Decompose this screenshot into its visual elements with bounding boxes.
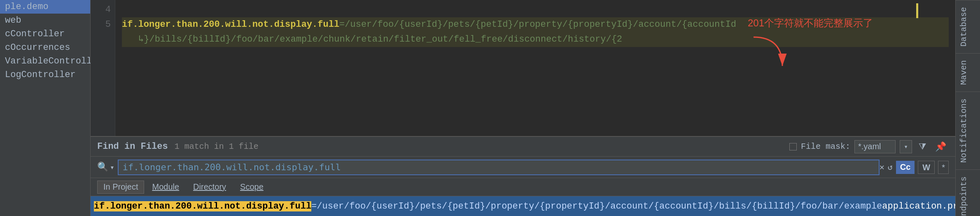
search-input[interactable] [118, 160, 880, 175]
code-path: =/user/foo/{userId}/pets/{petId}/propert… [339, 17, 736, 32]
code-area: 4 5 if.longer.than.200.will.not.display.… [91, 0, 955, 136]
result-filename: application.properties 5 [882, 201, 955, 211]
result-highlight: if.longer.than.200.will.not.display.full [94, 201, 311, 211]
sidebar-item-variable-controller[interactable]: VariableController [0, 54, 90, 68]
code-keyword: if.longer.than.200.will.not.display.full [122, 17, 339, 32]
case-sensitive-btn[interactable]: Cc [896, 161, 915, 174]
right-panel-notifications[interactable]: Notifications [956, 92, 980, 169]
refresh-btn[interactable]: ↺ [888, 162, 893, 172]
whole-word-btn[interactable]: W [918, 161, 935, 174]
find-panel-title: Find in Files [97, 141, 168, 152]
scope-in-project-btn[interactable]: In Project [97, 181, 144, 194]
main-content: 4 5 if.longer.than.200.will.not.display.… [91, 0, 955, 216]
yellow-indicator [916, 3, 918, 18]
sidebar-item-log-controller[interactable]: LogController [0, 68, 90, 82]
line-number-5-cont [105, 32, 111, 47]
clear-search-btn[interactable]: ✕ [880, 162, 884, 172]
sidebar-item-ple-demo[interactable]: ple.demo [0, 0, 90, 14]
regex-btn[interactable]: * [938, 161, 949, 174]
line-number-4: 4 [105, 2, 111, 17]
scope-directory-btn[interactable]: Directory [187, 181, 232, 194]
find-panel-subtitle: 1 match in 1 file [175, 142, 259, 151]
search-icon-area: 🔍 ▾ [97, 162, 114, 173]
file-mask-dropdown[interactable]: ▾ [900, 140, 912, 153]
sidebar-item-web[interactable]: web [0, 14, 90, 27]
results-row[interactable]: if.longer.than.200.will.not.display.full… [91, 196, 955, 216]
sidebar-item-occurrences[interactable]: cOccurrences [0, 41, 90, 54]
scope-scope-btn[interactable]: Scope [234, 181, 270, 194]
code-line-4 [122, 2, 949, 17]
line-numbers: 4 5 [91, 0, 115, 136]
right-panel-endpoints[interactable]: Endpoints [956, 169, 980, 216]
filter-icon-btn[interactable]: ⧩ [916, 140, 929, 154]
find-panel-right: File mask: ▾ ⧩ 📌 [789, 140, 949, 154]
search-actions-right: ✕ ↺ Cc W * [880, 161, 949, 174]
search-icon: 🔍 [97, 162, 108, 173]
pin-icon-btn[interactable]: 📌 [933, 140, 949, 154]
right-panel-database[interactable]: Database [956, 0, 980, 53]
file-mask-label: File mask: [801, 142, 850, 151]
arrow-indicator [749, 33, 799, 76]
search-row: 🔍 ▾ ✕ ↺ Cc W * [91, 157, 955, 178]
result-path: =/user/foo/{userId}/pets/{petId}/propert… [311, 201, 882, 211]
file-mask-input[interactable] [854, 140, 896, 153]
result-match-text: if.longer.than.200.will.not.display.full… [91, 201, 882, 211]
sidebar-item-ccontroller[interactable]: cController [0, 27, 90, 41]
find-panel-header: Find in Files 1 match in 1 file File mas… [91, 137, 955, 157]
line-number-5: 5 [105, 17, 111, 32]
right-panels: Database Maven Notifications Endpoints C… [955, 0, 980, 216]
annotation-chinese: 201个字符就不能完整展示了 [748, 16, 873, 30]
code-path-cont: ↳}/bills/{billId}/foo/bar/example/chunk/… [138, 32, 622, 47]
scope-row: In Project Module Directory Scope [91, 178, 955, 196]
find-panel: Find in Files 1 match in 1 file File mas… [91, 136, 955, 216]
search-dropdown-icon[interactable]: ▾ [110, 163, 114, 172]
code-content: if.longer.than.200.will.not.display.full… [115, 0, 955, 136]
right-panel-maven[interactable]: Maven [956, 53, 980, 92]
file-mask-checkbox[interactable] [789, 143, 797, 150]
scope-module-btn[interactable]: Module [146, 181, 185, 194]
code-line-5-continuation: ↳}/bills/{billId}/foo/bar/example/chunk/… [122, 32, 949, 47]
sidebar: ple.demo web cController cOccurrences Va… [0, 0, 91, 216]
